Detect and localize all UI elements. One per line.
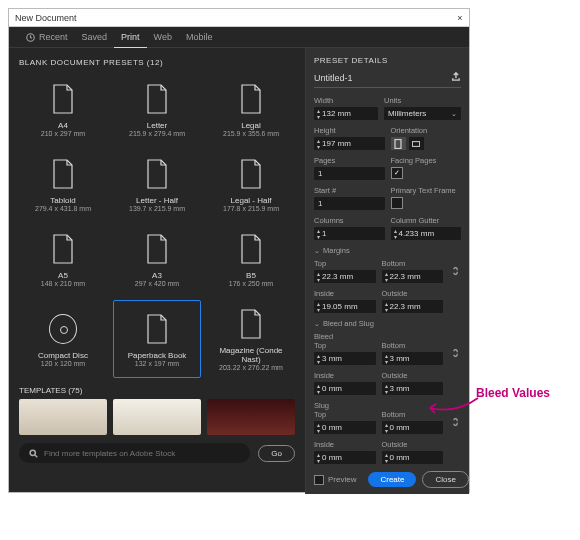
preset-dim: 203.22 x 276.22 mm — [219, 364, 283, 371]
slug-top-field[interactable]: ▴▾0 mm — [314, 421, 376, 434]
annotation-arrow — [426, 396, 481, 416]
page-icon — [237, 232, 265, 266]
bleed-outside-field[interactable]: ▴▾3 mm — [382, 382, 444, 395]
preset-name: A3 — [152, 271, 162, 280]
margin-top-field[interactable]: ▴▾22.3 mm — [314, 270, 376, 283]
page-icon — [237, 157, 265, 191]
preset-dim: 177.8 x 215.9 mm — [223, 205, 279, 212]
create-button[interactable]: Create — [368, 472, 416, 487]
tab-mobile[interactable]: Mobile — [179, 27, 220, 47]
orientation-landscape[interactable] — [409, 137, 424, 150]
preset-dim: 215.9 x 279.4 mm — [129, 130, 185, 137]
preset-dim: 148 x 210 mm — [41, 280, 85, 287]
window-title: New Document — [9, 13, 83, 23]
preset-card[interactable]: Legal215.9 x 355.6 mm — [207, 75, 295, 144]
bleed-inside-field[interactable]: ▴▾0 mm — [314, 382, 376, 395]
preset-dim: 297 x 420 mm — [135, 280, 179, 287]
margins-section[interactable]: ⌄Margins — [314, 246, 461, 255]
page-icon — [143, 82, 171, 116]
preset-grid: A4210 x 297 mmLetter215.9 x 279.4 mmLega… — [19, 75, 295, 378]
preset-dim: 215.9 x 355.6 mm — [223, 130, 279, 137]
primary-text-frame-checkbox[interactable] — [391, 197, 403, 209]
page-icon — [49, 82, 77, 116]
margin-inside-field[interactable]: ▴▾19.05 mm — [314, 300, 376, 313]
preset-card[interactable]: A4210 x 297 mm — [19, 75, 107, 144]
preset-name: Paperback Book — [128, 351, 187, 360]
orientation-portrait[interactable] — [391, 137, 406, 150]
page-icon — [143, 232, 171, 266]
document-name-field[interactable]: Untitled-1 — [314, 73, 353, 83]
preset-dim: 120 x 120 mm — [41, 360, 85, 367]
preset-card[interactable]: Letter215.9 x 279.4 mm — [113, 75, 201, 144]
clock-icon — [26, 33, 35, 42]
preset-card[interactable]: Legal - Half177.8 x 215.9 mm — [207, 150, 295, 219]
margin-outside-field[interactable]: ▴▾22.3 mm — [382, 300, 444, 313]
preset-name: Compact Disc — [38, 351, 88, 360]
preset-name: Tabloid — [50, 196, 75, 205]
height-field[interactable]: ▴▾197 mm — [314, 137, 385, 150]
preset-name: Letter - Half — [136, 196, 178, 205]
preset-card[interactable]: Paperback Book132 x 197 mm — [113, 300, 201, 378]
tab-bar: Recent Saved Print Web Mobile — [9, 27, 469, 48]
template-thumb[interactable] — [113, 399, 201, 435]
facing-pages-checkbox[interactable]: ✓ — [391, 167, 403, 179]
preset-card[interactable]: Letter - Half139.7 x 215.9 mm — [113, 150, 201, 219]
gutter-field[interactable]: ▴▾4.233 mm — [391, 227, 462, 240]
preset-card[interactable]: Magazine (Conde Nast)203.22 x 276.22 mm — [207, 300, 295, 378]
preset-name: Legal - Half — [231, 196, 272, 205]
link-margins-icon[interactable] — [449, 259, 461, 283]
preset-dim: 132 x 197 mm — [135, 360, 179, 367]
close-button[interactable]: Close — [422, 471, 468, 488]
preset-card[interactable]: Compact Disc120 x 120 mm — [19, 300, 107, 378]
go-button[interactable]: Go — [258, 445, 295, 462]
tab-recent[interactable]: Recent — [19, 27, 75, 47]
preset-name: Legal — [241, 121, 261, 130]
slug-outside-field[interactable]: ▴▾0 mm — [382, 451, 444, 464]
details-header: PRESET DETAILS — [314, 56, 461, 65]
pages-field[interactable]: 1 — [314, 167, 385, 180]
preset-dim: 210 x 297 mm — [41, 130, 85, 137]
templates-header: TEMPLATES (75) — [19, 386, 295, 395]
preview-toggle[interactable]: Preview — [314, 475, 356, 485]
template-thumb[interactable] — [207, 399, 295, 435]
slug-inside-field[interactable]: ▴▾0 mm — [314, 451, 376, 464]
page-icon — [237, 82, 265, 116]
preset-card[interactable]: A5148 x 210 mm — [19, 225, 107, 294]
page-icon — [49, 232, 77, 266]
presets-header: BLANK DOCUMENT PRESETS (12) — [19, 58, 295, 67]
annotation-label: Bleed Values — [476, 386, 550, 400]
titlebar: New Document × — [9, 9, 469, 27]
svg-rect-2 — [395, 139, 401, 148]
preset-name: Letter — [147, 121, 167, 130]
bleed-bottom-field[interactable]: ▴▾3 mm — [382, 352, 444, 365]
slug-bottom-field[interactable]: ▴▾0 mm — [382, 421, 444, 434]
start-page-field[interactable]: 1 — [314, 197, 385, 210]
preset-details-panel: PRESET DETAILS Untitled-1 Width▴▾132 mm … — [305, 48, 469, 494]
tab-saved[interactable]: Saved — [75, 27, 115, 47]
preset-name: B5 — [246, 271, 256, 280]
export-preset-icon[interactable] — [450, 71, 461, 84]
template-thumb[interactable] — [19, 399, 107, 435]
width-field[interactable]: ▴▾132 mm — [314, 107, 378, 120]
preset-card[interactable]: B5176 x 250 mm — [207, 225, 295, 294]
templates-row — [19, 399, 295, 435]
page-icon — [143, 157, 171, 191]
preset-name: A5 — [58, 271, 68, 280]
preset-dim: 279.4 x 431.8 mm — [35, 205, 91, 212]
bleed-slug-section[interactable]: ⌄Bleed and Slug — [314, 319, 461, 328]
units-select[interactable]: Millimeters⌄ — [384, 107, 461, 120]
preset-name: Magazine (Conde Nast) — [210, 346, 292, 364]
preset-card[interactable]: Tabloid279.4 x 431.8 mm — [19, 150, 107, 219]
page-icon — [49, 312, 77, 346]
close-icon[interactable]: × — [451, 13, 469, 23]
tab-print[interactable]: Print — [114, 27, 147, 48]
svg-point-1 — [30, 450, 35, 455]
search-input[interactable]: Find more templates on Adobe Stock — [19, 443, 250, 463]
columns-field[interactable]: ▴▾1 — [314, 227, 385, 240]
preset-card[interactable]: A3297 x 420 mm — [113, 225, 201, 294]
margin-bottom-field[interactable]: ▴▾22.3 mm — [382, 270, 444, 283]
tab-web[interactable]: Web — [147, 27, 179, 47]
preset-name: A4 — [58, 121, 68, 130]
link-bleed-icon[interactable] — [449, 341, 461, 365]
bleed-top-field[interactable]: ▴▾3 mm — [314, 352, 376, 365]
